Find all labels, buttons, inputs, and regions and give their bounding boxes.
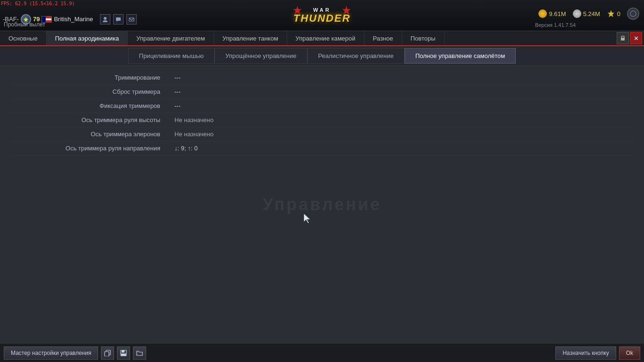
ok-button[interactable]: Ok (619, 346, 640, 360)
profile-icon[interactable] (100, 14, 110, 25)
setting-row-rudder-trim: Ось триммера руля направления ↓: 9; ↑: 0 (9, 141, 635, 156)
trimming-value: --- (170, 74, 181, 81)
svg-marker-4 (116, 21, 118, 22)
silver-icon (573, 9, 581, 18)
setting-row-aileron-trim: Ось триммера элеронов Не назначено (9, 127, 635, 141)
elevator-trim-value: Не назначено (170, 116, 214, 123)
right-bottom-buttons: Назначить кнопку Ok (555, 346, 640, 360)
header-icons (100, 14, 137, 25)
tab-replays[interactable]: Повторы (402, 31, 445, 45)
tab-engine-control[interactable]: Управление двигателем (128, 31, 214, 45)
aileron-trim-label: Ось триммера элеронов (9, 131, 170, 138)
tab-camera-control[interactable]: Управление камерой (287, 31, 364, 45)
silver-amount: 5.24M (583, 10, 600, 17)
tab-full-aero[interactable]: Полная аэродинамика (47, 31, 128, 46)
logo-star-left-icon: ★ (292, 4, 303, 17)
test-flight-text: Пробный вылет (4, 21, 45, 28)
tab-osnovnye[interactable]: Основные (0, 31, 47, 45)
setting-row-elevator-trim: Ось триммера руля высоты Не назначено (9, 113, 635, 127)
svg-marker-0 (24, 17, 28, 22)
master-settings-button[interactable]: Мастер настройки управления (4, 346, 98, 360)
subtab-simplified[interactable]: Упрощённое управление (215, 48, 307, 64)
setting-row-trimming: Триммирование --- (9, 71, 635, 85)
close-button[interactable]: ✕ (630, 32, 642, 44)
main-tabs: Основные Полная аэродинамика Управление … (0, 31, 644, 46)
top-bar: FPS: 62.9 (15.5<16.2 15.9) -BAF- 79 Brit… (0, 0, 644, 31)
fps-display: FPS: 62.9 (15.5<16.2 15.9) (1, 1, 75, 6)
svg-rect-10 (105, 352, 109, 356)
svg-rect-7 (621, 38, 625, 41)
svg-point-6 (630, 11, 636, 16)
currency-area: 9.61M 5.24M 0 (538, 8, 639, 20)
silver-currency: 5.24M (573, 9, 600, 18)
subtab-mouse-aim[interactable]: Прицеливание мышью (128, 48, 215, 64)
sub-tabs: Прицеливание мышью Упрощённое управление… (0, 46, 644, 66)
gold-currency: 9.61M (538, 9, 566, 18)
eagle-currency: 0 (607, 9, 620, 18)
main-content: Триммирование --- Сброс триммера --- Фик… (0, 66, 644, 343)
aileron-trim-value: Не назначено (170, 131, 214, 138)
subtab-realistic[interactable]: Реалистичное управление (307, 48, 405, 64)
player-name: British_Marine (54, 16, 93, 23)
svg-point-2 (103, 20, 107, 22)
save-icon-button[interactable] (117, 346, 130, 360)
trim-fix-label: Фиксация триммеров (9, 102, 170, 109)
chat-icon[interactable] (113, 14, 124, 25)
trim-fix-value: --- (170, 102, 181, 109)
trimming-label: Триммирование (9, 74, 170, 81)
subtab-full-control[interactable]: Полное управление самолётом (405, 48, 516, 64)
lock-button[interactable] (617, 32, 629, 44)
mail-icon[interactable] (126, 14, 137, 25)
trim-reset-value: --- (170, 88, 181, 95)
setting-row-trim-fix: Фиксация триммеров --- (9, 99, 635, 113)
tab-close-area: ✕ (617, 31, 644, 45)
setting-row-trim-reset: Сброс триммера --- (9, 85, 635, 99)
eagle-amount: 0 (617, 10, 620, 17)
svg-rect-12 (122, 350, 124, 353)
tab-tank-control[interactable]: Управление танком (214, 31, 287, 45)
assign-button[interactable]: Назначить кнопку (555, 346, 616, 360)
svg-rect-13 (121, 354, 126, 356)
rudder-trim-label: Ось триммера руля направления (9, 145, 170, 152)
gold-amount: 9.61M (549, 10, 566, 17)
trim-reset-label: Сброс триммера (9, 88, 170, 95)
war-thunder-logo: ★ ★ WAR THUNDER (291, 1, 353, 30)
logo-star-right-icon: ★ (341, 4, 352, 17)
folder-icon-button[interactable] (133, 346, 146, 360)
version-text: Версия 1.41.7.54 (535, 22, 576, 28)
gold-icon (538, 9, 547, 18)
rudder-trim-value: ↓: 9; ↑: 0 (170, 145, 198, 152)
elevator-trim-label: Ось триммера руля высоты (9, 116, 170, 123)
svg-point-1 (104, 17, 107, 20)
eagle-icon (607, 9, 615, 18)
settings-table: Триммирование --- Сброс триммера --- Фик… (0, 66, 644, 160)
watermark: Управление (263, 195, 382, 214)
svg-marker-8 (304, 213, 311, 223)
tab-misc[interactable]: Разное (364, 31, 402, 45)
bottom-bar: Мастер настройки управления Назначить кн… (0, 343, 644, 362)
svg-rect-3 (116, 17, 121, 21)
copy-icon-button[interactable] (101, 346, 114, 360)
premium-icon (627, 8, 639, 20)
cursor-area (302, 212, 313, 227)
